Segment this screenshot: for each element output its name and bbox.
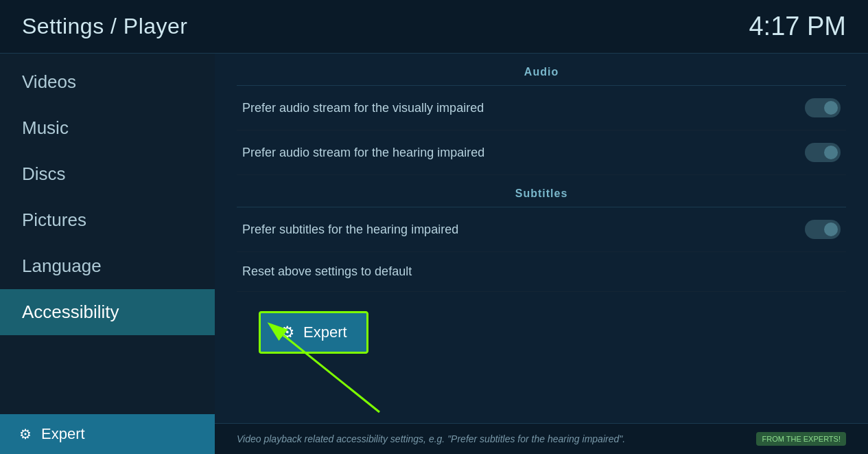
sidebar: Videos Music Discs Pictures Language Acc… bbox=[0, 54, 215, 454]
audio-section-header: Audio bbox=[237, 54, 846, 86]
settings-content: Audio Prefer audio stream for the visual… bbox=[215, 54, 868, 423]
page-title: Settings / Player bbox=[22, 14, 188, 39]
setting-label: Prefer audio stream for the visually imp… bbox=[242, 101, 805, 115]
setting-hearing-impaired-subtitles[interactable]: Prefer subtitles for the hearing impaire… bbox=[237, 207, 846, 252]
gear-icon: ⚙ bbox=[280, 323, 295, 342]
clock: 4:17 PM bbox=[749, 12, 846, 41]
sidebar-item-discs[interactable]: Discs bbox=[0, 151, 215, 197]
setting-hearing-impaired-audio[interactable]: Prefer audio stream for the hearing impa… bbox=[237, 130, 846, 175]
sidebar-item-language[interactable]: Language bbox=[0, 243, 215, 289]
main-layout: Videos Music Discs Pictures Language Acc… bbox=[0, 54, 868, 454]
header: Settings / Player 4:17 PM bbox=[0, 0, 868, 54]
sidebar-item-music[interactable]: Music bbox=[0, 105, 215, 151]
subtitles-section-header: Subtitles bbox=[237, 175, 846, 207]
gear-icon: ⚙ bbox=[19, 426, 32, 442]
expert-label: Expert bbox=[41, 425, 85, 443]
watermark: FROM THE EXPERTS! bbox=[756, 432, 846, 446]
expert-button[interactable]: ⚙ Expert bbox=[259, 311, 368, 354]
toggle-hearing-impaired-subtitles[interactable] bbox=[805, 220, 841, 239]
expert-button-area: ⚙ Expert bbox=[237, 292, 846, 373]
status-text: Video playback related accessibility set… bbox=[237, 433, 625, 444]
toggle-visually-impaired-audio[interactable] bbox=[805, 98, 841, 117]
sidebar-item-videos[interactable]: Videos bbox=[0, 59, 215, 105]
setting-label: Prefer audio stream for the hearing impa… bbox=[242, 146, 805, 160]
setting-label: Prefer subtitles for the hearing impaire… bbox=[242, 223, 805, 237]
sidebar-item-accessibility[interactable]: Accessibility bbox=[0, 289, 215, 335]
watermark-text: FROM THE EXPERTS! bbox=[762, 435, 841, 443]
sidebar-item-pictures[interactable]: Pictures bbox=[0, 197, 215, 243]
setting-visually-impaired-audio[interactable]: Prefer audio stream for the visually imp… bbox=[237, 86, 846, 130]
status-bar: Video playback related accessibility set… bbox=[215, 423, 868, 454]
reset-settings-row[interactable]: Reset above settings to default bbox=[237, 252, 846, 292]
reset-label: Reset above settings to default bbox=[242, 264, 412, 279]
content-panel: Audio Prefer audio stream for the visual… bbox=[215, 54, 868, 454]
sidebar-expert-button[interactable]: ⚙ Expert bbox=[0, 414, 215, 454]
toggle-hearing-impaired-audio[interactable] bbox=[805, 143, 841, 162]
expert-button-label: Expert bbox=[303, 324, 347, 341]
